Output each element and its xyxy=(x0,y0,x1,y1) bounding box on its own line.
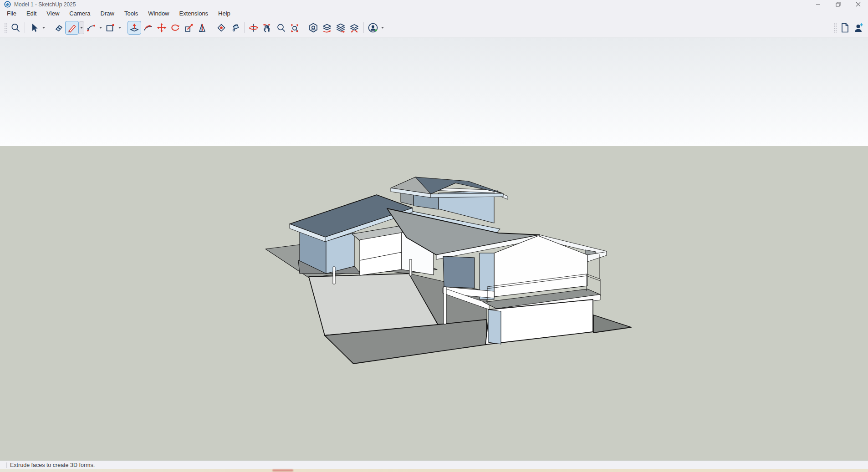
3d-warehouse-icon xyxy=(308,22,319,33)
tape-measure-icon xyxy=(197,22,208,33)
toolbar-separator xyxy=(25,22,25,33)
offset-icon xyxy=(216,22,227,33)
status-bar-divider xyxy=(6,462,7,468)
model-viewport[interactable] xyxy=(0,37,868,461)
toolbar-separator xyxy=(49,22,49,33)
zoom-icon xyxy=(276,22,286,33)
shapes-tool[interactable] xyxy=(103,21,117,35)
menu-camera[interactable]: Camera xyxy=(64,9,95,18)
shapes-tool-caret[interactable] xyxy=(117,21,123,35)
orbit-tool[interactable] xyxy=(247,21,260,35)
eraser-icon xyxy=(53,22,64,33)
line-tool-caret[interactable] xyxy=(79,21,84,34)
move-tool[interactable] xyxy=(155,21,168,35)
house-model-canvas[interactable] xyxy=(0,37,868,461)
status-hint-text: Extrude faces to create 3D forms. xyxy=(10,462,95,468)
taskbar-sliver xyxy=(0,469,868,472)
menu-view[interactable]: View xyxy=(41,9,64,18)
send-to-layout-icon xyxy=(335,22,346,33)
toolbar-separator xyxy=(244,22,245,33)
menu-bar: File Edit View Camera Draw Tools Window … xyxy=(0,9,868,18)
menu-extensions[interactable]: Extensions xyxy=(174,9,214,18)
toolbar-separator xyxy=(125,22,125,33)
follow-me-tool[interactable] xyxy=(141,21,155,35)
new-document-icon xyxy=(839,22,850,33)
toolbar-drag-handle[interactable] xyxy=(4,22,7,33)
new-document-tool[interactable] xyxy=(838,21,852,35)
send-to-layout-tool[interactable] xyxy=(334,21,347,35)
toolbar-right-group xyxy=(832,21,865,35)
zoom-extents-icon xyxy=(289,22,300,33)
rotate-icon xyxy=(170,22,181,33)
minimize-icon xyxy=(816,2,821,7)
menu-window[interactable]: Window xyxy=(143,9,174,18)
select-cursor-icon xyxy=(29,22,40,33)
restore-button[interactable] xyxy=(828,0,848,9)
restore-icon xyxy=(836,2,841,7)
follow-me-icon xyxy=(143,22,153,33)
extension-warehouse-tool[interactable] xyxy=(320,21,334,35)
taskbar-red-accent xyxy=(272,469,293,472)
menu-help[interactable]: Help xyxy=(213,9,235,18)
add-location-icon xyxy=(349,22,360,33)
pan-hand-icon xyxy=(262,22,273,33)
sketchup-logo-icon xyxy=(4,1,11,8)
sign-in-tool[interactable] xyxy=(852,21,865,35)
window-title: Model 1 - SketchUp 2025 xyxy=(14,1,76,8)
scale-icon xyxy=(184,22,194,33)
minimize-button[interactable] xyxy=(808,0,828,9)
status-bar: Extrude faces to create 3D forms. xyxy=(0,461,868,469)
arc-icon xyxy=(86,22,97,33)
tape-measure-tool[interactable] xyxy=(196,21,209,35)
orbit-icon xyxy=(248,22,259,33)
toolbar xyxy=(0,18,868,37)
offset-tool[interactable] xyxy=(214,21,228,35)
pencil-line-icon xyxy=(66,22,77,33)
close-icon xyxy=(856,2,861,7)
zoom-extents-tool[interactable] xyxy=(288,21,301,35)
3d-warehouse-tool[interactable] xyxy=(306,21,320,35)
toolbar-separator xyxy=(363,22,364,33)
scale-tool[interactable] xyxy=(182,21,196,35)
menu-edit[interactable]: Edit xyxy=(21,9,41,18)
toolbar-separator xyxy=(304,22,304,33)
toolbar-right-drag-handle[interactable] xyxy=(833,22,837,33)
push-pull-icon xyxy=(129,22,140,33)
search-tool[interactable] xyxy=(9,21,22,35)
push-pull-tool[interactable] xyxy=(128,21,141,35)
arcs-tool[interactable] xyxy=(84,21,98,35)
eraser-tool[interactable] xyxy=(51,21,65,35)
menu-draw[interactable]: Draw xyxy=(96,9,119,18)
account-tool[interactable] xyxy=(366,21,380,35)
paint-bucket-icon xyxy=(230,22,240,33)
account-caret[interactable] xyxy=(380,21,385,35)
title-bar: Model 1 - SketchUp 2025 xyxy=(0,0,868,9)
select-tool-caret[interactable] xyxy=(41,21,46,35)
close-button[interactable] xyxy=(848,0,868,9)
pan-tool[interactable] xyxy=(260,21,274,35)
extension-warehouse-icon xyxy=(322,22,332,33)
paint-bucket-tool[interactable] xyxy=(228,21,242,35)
select-tool[interactable] xyxy=(27,21,41,35)
toolbar-separator xyxy=(212,22,212,33)
sign-in-user-icon xyxy=(853,22,864,33)
line-tool[interactable] xyxy=(65,21,79,35)
menu-tools[interactable]: Tools xyxy=(119,9,143,18)
arcs-tool-caret[interactable] xyxy=(98,21,103,35)
rotate-tool[interactable] xyxy=(168,21,182,35)
window-controls xyxy=(808,0,868,9)
search-icon xyxy=(10,22,21,33)
zoom-tool[interactable] xyxy=(274,21,288,35)
account-icon xyxy=(368,22,378,33)
menu-file[interactable]: File xyxy=(2,9,21,18)
rectangle-shape-icon xyxy=(105,22,116,33)
move-icon xyxy=(156,22,167,33)
add-location-tool[interactable] xyxy=(347,21,361,35)
